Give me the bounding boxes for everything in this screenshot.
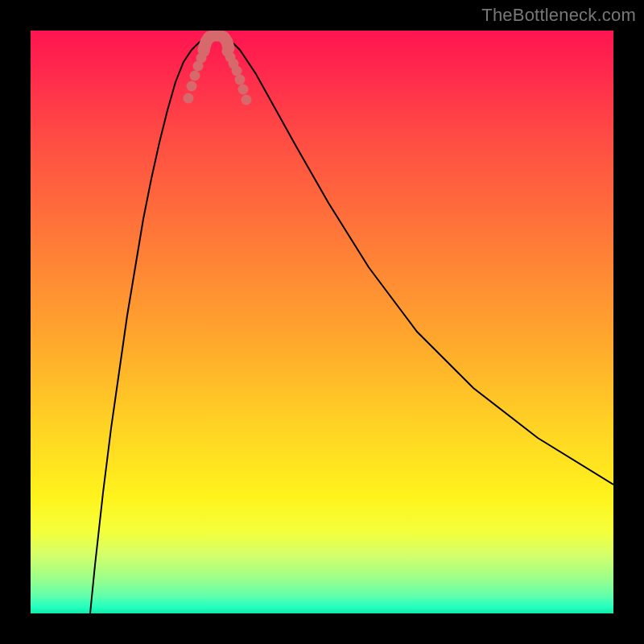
marker-dot <box>184 93 194 104</box>
curve-marker-dots-right <box>222 47 252 105</box>
marker-dot <box>190 71 200 81</box>
curve-marker-dots-left <box>184 47 210 104</box>
watermark-text: TheBottleneck.com <box>481 5 636 26</box>
marker-dot <box>235 75 246 85</box>
marker-dot <box>242 95 252 105</box>
marker-dot <box>238 85 249 95</box>
marker-dot <box>187 81 197 92</box>
chart-frame: TheBottleneck.com <box>0 0 644 644</box>
curve-layer <box>31 31 613 613</box>
bottleneck-curve <box>90 35 613 613</box>
marker-dot <box>200 47 210 57</box>
plot-area <box>31 31 613 613</box>
